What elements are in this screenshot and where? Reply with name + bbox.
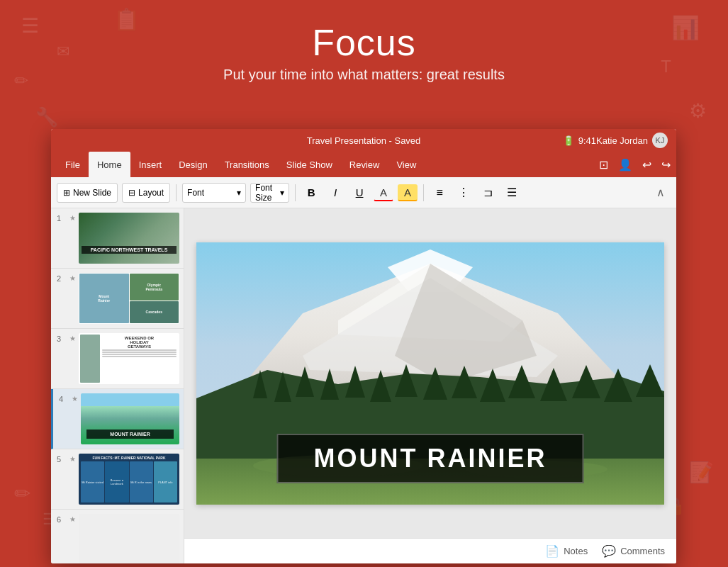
title-bar: 🔋 9:41 Travel Presentation - Saved Katie… (51, 129, 676, 152)
slide-item-6[interactable]: 6 ★ (51, 510, 184, 563)
slide-item-5[interactable]: 5 ★ FUN FACTS: MT. RAINIER NATIONAL PARK… (51, 449, 184, 510)
user-avatar[interactable]: KJ (652, 133, 668, 148)
undo-icon[interactable]: ↩ (642, 158, 651, 172)
slide-photo: MOUNT RAINIER (196, 242, 664, 505)
tab-insert[interactable]: Insert (130, 152, 171, 177)
tab-design[interactable]: Design (170, 152, 215, 177)
slide-panel: 1 ★ PACIFIC NORTHWEST TRAVELS 2 ★ Olympi… (51, 208, 184, 563)
slide-star-4: ★ (72, 393, 78, 403)
slide-thumb-1: PACIFIC NORTHWEST TRAVELS (79, 213, 179, 264)
users-icon[interactable]: 👤 (618, 158, 632, 172)
layout-button[interactable]: ⊟ Layout (122, 183, 170, 203)
slide-title-text: MOUNT RAINIER (314, 444, 547, 473)
comments-button[interactable]: 💬 Comments (602, 544, 665, 558)
hero-section: Focus Put your time into what matters: g… (0, 21, 728, 83)
underline-button[interactable]: U (349, 183, 369, 203)
ribbon-tabs: File Home Insert Design Transitions Slid… (51, 152, 676, 177)
present-icon[interactable]: ⊡ (599, 158, 608, 172)
tab-file[interactable]: File (57, 152, 89, 177)
slide-area: MOUNT RAINIER 📄 Notes 💬 Comments (184, 208, 676, 563)
slide-item-1[interactable]: 1 ★ PACIFIC NORTHWEST TRAVELS (51, 208, 184, 269)
slide-title-box[interactable]: MOUNT RAINIER (277, 434, 584, 483)
bullet-list-button[interactable]: ≡ (430, 183, 449, 203)
font-selector[interactable]: Font ▾ (182, 183, 246, 203)
slide-star-5: ★ (69, 454, 76, 463)
bold-button[interactable]: B (301, 183, 321, 203)
text-highlight-button[interactable]: A (398, 184, 418, 201)
slide-item-4[interactable]: 4 ★ MOUNT RAINIER (51, 389, 184, 449)
slide-thumb-4: MOUNT RAINIER (81, 393, 179, 444)
collapse-ribbon-button[interactable]: ∧ (651, 183, 671, 203)
powerpoint-window: 🔋 9:41 Travel Presentation - Saved Katie… (51, 129, 676, 563)
document-title: Travel Presentation - Saved (307, 135, 421, 146)
slide-item-3[interactable]: 3 ★ WEEKEND ORHOLIDAYGETAWAYS (51, 329, 184, 389)
slide-number-2: 2 (57, 273, 67, 283)
notes-icon: 📄 (545, 544, 559, 558)
slide-item-2[interactable]: 2 ★ OlympicPeninsula MountRainier Cascad… (51, 269, 184, 329)
new-slide-button[interactable]: ⊞ New Slide (57, 183, 118, 203)
new-slide-icon: ⊞ (63, 188, 70, 198)
slide-number-1: 1 (57, 213, 67, 223)
battery-icon: 🔋 (563, 135, 574, 146)
tab-home[interactable]: Home (89, 152, 130, 177)
main-content: 1 ★ PACIFIC NORTHWEST TRAVELS 2 ★ Olympi… (51, 208, 676, 563)
layout-icon: ⊟ (128, 188, 135, 198)
comments-label: Comments (620, 546, 665, 556)
notes-label: Notes (564, 546, 588, 556)
italic-button[interactable]: I (325, 183, 345, 203)
numbered-list-button[interactable]: ⋮ (454, 183, 474, 203)
slide-canvas: MOUNT RAINIER (184, 208, 676, 538)
bottom-bar: 📄 Notes 💬 Comments (184, 538, 676, 563)
chevron-down-icon-2: ▾ (280, 188, 284, 198)
slide-number-5: 5 (57, 454, 67, 464)
toolbar-end: ∧ (651, 183, 671, 203)
slide-number-4: 4 (59, 393, 69, 403)
hero-subtitle: Put your time into what matters: great r… (0, 67, 728, 83)
slide-thumb-5: FUN FACTS: MT. RAINIER NATIONAL PARK Mt … (79, 454, 179, 505)
ribbon-icons: ⊡ 👤 ↩ ↪ (599, 158, 671, 172)
user-name: Katie Jordan (596, 135, 648, 146)
slide-star-6: ★ (69, 514, 76, 523)
tab-view[interactable]: View (388, 152, 425, 177)
chevron-down-icon: ▾ (237, 188, 241, 198)
slide-thumb-3: WEEKEND ORHOLIDAYGETAWAYS (79, 333, 179, 384)
separator-3 (423, 184, 424, 201)
font-size-selector[interactable]: Font Size ▾ (250, 183, 289, 203)
slide-thumb-6 (79, 514, 179, 563)
slide-star-1: ★ (69, 213, 76, 222)
hero-title: Focus (0, 21, 728, 64)
toolbar: ⊞ New Slide ⊟ Layout Font ▾ Font Size ▾ … (51, 177, 676, 208)
time-display: 9:41 (578, 135, 596, 146)
slide-thumb-2: OlympicPeninsula MountRainier Cascades (79, 273, 179, 324)
slide-number-6: 6 (57, 514, 67, 524)
slide-star-2: ★ (69, 273, 76, 282)
text-align-button[interactable]: ☰ (502, 183, 522, 203)
notes-button[interactable]: 📄 Notes (545, 544, 588, 558)
separator-2 (295, 184, 296, 201)
slide-star-3: ★ (69, 333, 76, 342)
indent-button[interactable]: ⊐ (478, 183, 498, 203)
tab-transitions[interactable]: Transitions (216, 152, 278, 177)
font-color-button[interactable]: A (374, 184, 393, 201)
tab-review[interactable]: Review (341, 152, 388, 177)
separator-1 (176, 184, 177, 201)
comments-icon: 💬 (602, 544, 616, 558)
tab-slideshow[interactable]: Slide Show (278, 152, 341, 177)
redo-icon[interactable]: ↪ (661, 158, 671, 172)
slide-number-3: 3 (57, 333, 67, 343)
slide-main[interactable]: MOUNT RAINIER (196, 242, 664, 505)
